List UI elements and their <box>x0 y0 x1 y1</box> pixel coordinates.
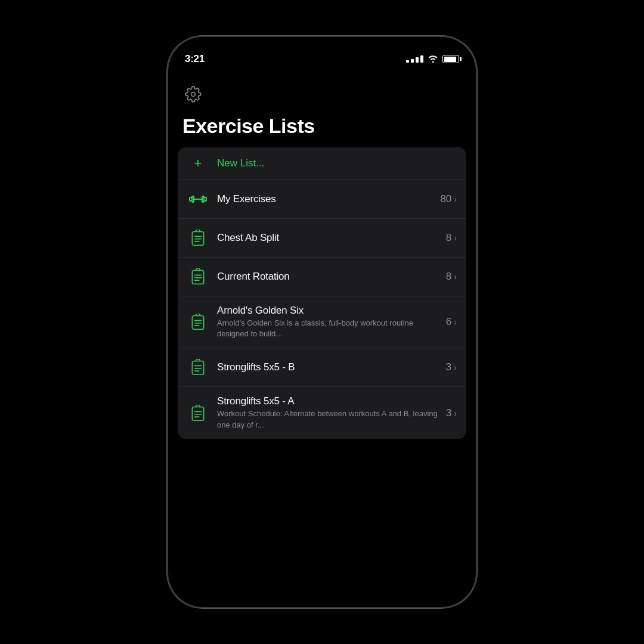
list-item[interactable]: My Exercises 80 › <box>178 180 466 219</box>
row-subtitle: Workout Schedule: Alternate between work… <box>217 408 441 430</box>
row-right: 8 › <box>446 271 457 283</box>
row-title: Chest Ab Split <box>217 232 279 243</box>
clipboard-icon <box>187 266 209 287</box>
row-title: Stronglifts 5x5 - A <box>217 395 441 407</box>
clipboard-icon <box>187 311 209 333</box>
screen: 3:21 <box>168 37 476 607</box>
svg-rect-18 <box>192 361 203 375</box>
row-subtitle: Arnold's Golden Six is a classis, full-b… <box>217 318 441 339</box>
row-content: My Exercises <box>217 193 435 205</box>
svg-rect-10 <box>192 271 203 284</box>
row-count: 3 <box>446 361 451 373</box>
row-title: Current Rotation <box>217 271 290 282</box>
list-item[interactable]: Chest Ab Split 8 › <box>178 219 466 258</box>
svg-point-0 <box>191 92 196 97</box>
row-content: Arnold's Golden Six Arnold's Golden Six … <box>217 305 441 339</box>
row-title: Arnold's Golden Six <box>217 305 441 317</box>
battery-icon <box>442 55 459 63</box>
row-content: Stronglifts 5x5 - B <box>217 361 441 373</box>
svg-rect-22 <box>192 407 203 420</box>
row-right: 80 › <box>440 193 457 205</box>
wifi-icon <box>428 54 438 64</box>
new-list-button[interactable]: + New List... <box>178 147 466 180</box>
dynamic-island <box>286 45 358 66</box>
phone-frame: 3:21 <box>167 36 477 608</box>
row-count: 8 <box>446 271 451 283</box>
status-icons <box>406 54 459 64</box>
chevron-icon: › <box>454 272 457 281</box>
settings-button[interactable] <box>182 83 204 105</box>
row-right: 8 › <box>446 232 457 244</box>
exercise-lists-container: + New List... My <box>178 147 466 439</box>
svg-rect-6 <box>192 232 203 246</box>
status-time: 3:21 <box>185 53 205 65</box>
signal-icon <box>406 55 423 63</box>
list-item[interactable]: Current Rotation 8 › <box>178 258 466 296</box>
app-content: Exercise Lists + New List... <box>168 37 476 439</box>
row-count: 6 <box>446 316 451 328</box>
clipboard-icon <box>187 402 209 424</box>
clipboard-icon <box>187 357 209 378</box>
chevron-icon: › <box>454 363 457 372</box>
list-item[interactable]: Stronglifts 5x5 - A Workout Schedule: Al… <box>178 387 466 438</box>
new-list-label: New List... <box>217 157 264 169</box>
row-count: 3 <box>446 407 451 419</box>
row-title: Stronglifts 5x5 - B <box>217 361 295 373</box>
dumbbell-icon <box>187 188 209 210</box>
row-right: 6 › <box>446 316 457 328</box>
chevron-icon: › <box>454 317 457 327</box>
list-item[interactable]: Stronglifts 5x5 - B 3 › <box>178 348 466 387</box>
chevron-icon: › <box>454 194 457 204</box>
clipboard-icon <box>187 227 209 249</box>
row-right: 3 › <box>446 361 457 373</box>
row-count: 80 <box>440 193 451 205</box>
svg-rect-14 <box>192 316 203 330</box>
list-item[interactable]: Arnold's Golden Six Arnold's Golden Six … <box>178 296 466 348</box>
row-content: Chest Ab Split <box>217 232 441 244</box>
row-count: 8 <box>446 232 451 244</box>
page-title: Exercise Lists <box>168 110 476 147</box>
chevron-icon: › <box>454 408 457 418</box>
chevron-icon: › <box>454 233 457 243</box>
row-content: Current Rotation <box>217 271 441 283</box>
row-content: Stronglifts 5x5 - A Workout Schedule: Al… <box>217 395 441 430</box>
row-title: My Exercises <box>217 193 276 205</box>
plus-icon: + <box>187 156 209 171</box>
settings-row <box>168 78 476 110</box>
row-right: 3 › <box>446 407 457 419</box>
